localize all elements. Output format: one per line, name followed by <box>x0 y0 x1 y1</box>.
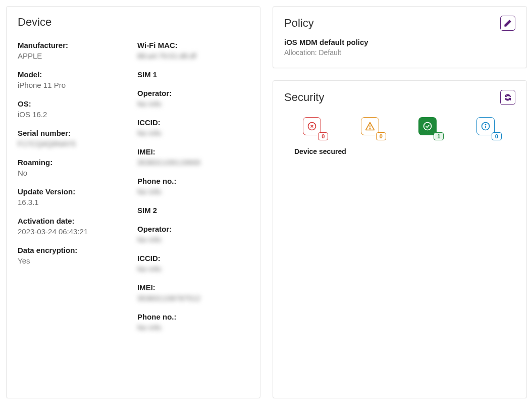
field-value: No info <box>137 235 249 244</box>
security-ok-count: 1 <box>434 132 444 140</box>
security-ok-item[interactable]: 1 <box>418 117 439 137</box>
device-left-column: Manufacturer:APPLE Model:iPhone 11 Pro O… <box>18 41 129 342</box>
error-icon <box>307 121 317 131</box>
security-info-item[interactable]: 0 <box>476 117 497 137</box>
refresh-icon <box>504 93 512 101</box>
security-status-icons: 0 0 1 0 <box>284 117 515 137</box>
security-info-count: 0 <box>492 132 502 140</box>
field-value: Yes <box>18 256 129 265</box>
security-error-item[interactable]: 0 <box>303 117 323 137</box>
field-value: 16.3.1 <box>18 198 129 206</box>
field-value: No info <box>137 129 249 137</box>
field-value: No info <box>137 99 249 108</box>
policy-allocation: Allocation: Default <box>284 48 515 57</box>
device-right-column: Wi-Fi MAC:88:a4:79:01:d6:df SIM 1 Operat… <box>137 41 249 342</box>
device-card-header: Device <box>18 16 249 29</box>
pencil-icon <box>504 19 512 27</box>
field-label: Update Version: <box>18 187 129 196</box>
field-value: 353831109119900 <box>137 158 249 167</box>
check-icon <box>422 121 433 131</box>
security-card-header: Security <box>284 90 515 105</box>
field-label: Operator: <box>137 89 249 97</box>
field-label: Roaming: <box>18 158 129 167</box>
policy-card: Policy iOS MDM default policy Allocation… <box>273 6 527 68</box>
field-value: 353831108787512 <box>137 294 249 302</box>
field-label: Wi-Fi MAC: <box>137 41 249 49</box>
svg-point-2 <box>424 123 432 130</box>
field-label: OS: <box>18 99 129 108</box>
security-warning-item[interactable]: 0 <box>361 117 381 137</box>
field-label: Phone no.: <box>137 312 249 321</box>
device-card-title: Device <box>18 16 51 29</box>
field-label: Model: <box>18 70 129 79</box>
field-label: Serial number: <box>18 129 129 137</box>
field-value: No info <box>137 323 249 332</box>
edit-policy-button[interactable] <box>500 16 515 31</box>
field-label: IMEI: <box>137 283 249 292</box>
field-value: F17CQ4Q9NAY5 <box>18 139 129 148</box>
field-value: iPhone 11 Pro <box>18 81 129 89</box>
field-value: iOS 16.2 <box>18 110 129 119</box>
security-error-count: 0 <box>318 132 328 140</box>
field-label: ICCID: <box>137 118 249 127</box>
field-label: ICCID: <box>137 254 249 262</box>
field-value: No info <box>137 265 249 273</box>
security-card-title: Security <box>284 91 324 104</box>
field-label: Operator: <box>137 225 249 233</box>
device-card: Device Manufacturer:APPLE Model:iPhone 1… <box>6 6 260 398</box>
field-label: IMEI: <box>137 147 249 156</box>
refresh-security-button[interactable] <box>500 90 515 105</box>
warning-icon <box>365 121 375 131</box>
security-status-text: Device secured <box>294 147 515 155</box>
sim1-label: SIM 1 <box>137 70 249 79</box>
sim2-label: SIM 2 <box>137 206 249 215</box>
policy-name: iOS MDM default policy <box>284 38 515 46</box>
field-label: Activation date: <box>18 217 129 225</box>
info-icon <box>481 121 491 131</box>
field-value: No info <box>137 187 249 196</box>
field-value: 2023-03-24 06:43:21 <box>18 227 129 236</box>
field-label: Data encryption: <box>18 246 129 254</box>
security-warning-count: 0 <box>376 132 386 140</box>
svg-point-1 <box>369 128 370 129</box>
field-value: 88:a4:79:01:d6:df <box>137 51 249 60</box>
policy-card-header: Policy <box>284 16 515 31</box>
policy-card-title: Policy <box>284 17 314 30</box>
security-card: Security 0 0 <box>273 80 527 398</box>
field-value: APPLE <box>18 51 129 60</box>
svg-point-4 <box>485 124 486 125</box>
field-label: Manufacturer: <box>18 41 129 49</box>
field-value: No <box>18 169 129 177</box>
field-label: Phone no.: <box>137 177 249 185</box>
